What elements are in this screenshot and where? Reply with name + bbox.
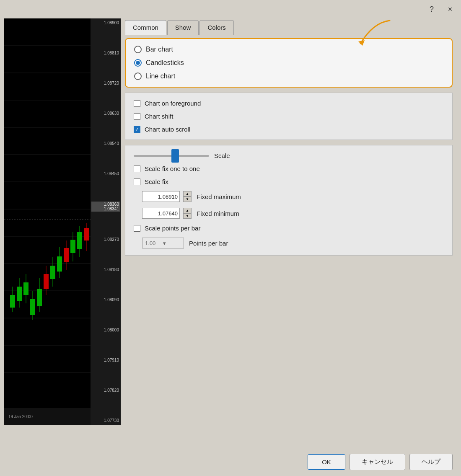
price-label: 1.08000 — [91, 328, 120, 332]
tab-colors[interactable]: Colors — [199, 20, 233, 35]
radio-line-icon — [134, 72, 142, 80]
svg-rect-24 — [37, 289, 42, 306]
fixed-max-spin-down[interactable]: ▼ — [183, 197, 192, 202]
points-dropdown[interactable]: 1.00 ▾ — [142, 238, 184, 248]
dropdown-arrow-icon: ▾ — [163, 240, 181, 246]
price-label: 1.08450 — [91, 171, 120, 176]
foreground-label: Chart on foreground — [145, 100, 201, 107]
fixed-min-row: ▲ ▼ Fixed minimum — [134, 208, 444, 219]
settings-panel: Common Show Colors Bar chart Candlestick… — [121, 18, 457, 444]
price-label: 1.08720 — [91, 81, 120, 85]
fixed-max-label: Fixed maximum — [197, 193, 241, 200]
points-per-bar-label: Points per bar — [189, 240, 228, 247]
points-value-row: 1.00 ▾ Points per bar — [134, 238, 444, 248]
radio-candlesticks-icon — [134, 59, 142, 67]
fixed-max-spin-up[interactable]: ▲ — [183, 191, 192, 197]
checkbox-shift[interactable]: Chart shift — [134, 113, 444, 120]
current-price-label: 1.083601.08341 — [91, 202, 120, 212]
price-label: 1.08090 — [91, 298, 120, 302]
fixed-min-spin: ▲ ▼ — [183, 208, 192, 219]
tab-show[interactable]: Show — [167, 20, 199, 35]
radio-bar-icon — [134, 46, 142, 53]
radio-line-chart[interactable]: Line chart — [134, 72, 443, 80]
fixed-max-spin: ▲ ▼ — [183, 191, 192, 202]
autoscroll-label: Chart auto scroll — [145, 126, 190, 133]
fixed-min-input-group: ▲ ▼ — [142, 208, 192, 219]
fix-one-label: Scale fix one to one — [145, 165, 200, 172]
checkbox-fix-icon — [134, 178, 140, 185]
svg-rect-36 — [77, 232, 82, 249]
svg-rect-28 — [50, 266, 55, 279]
line-chart-label: Line chart — [146, 72, 175, 80]
candlesticks-label: Candlesticks — [146, 59, 184, 67]
svg-rect-32 — [64, 248, 69, 262]
checkbox-fix-one-icon — [134, 166, 140, 172]
main-content: 1.08900 1.08810 1.08720 1.08630 1.08540 … — [0, 18, 461, 448]
checkbox-foreground[interactable]: Chart on foreground — [134, 100, 444, 107]
ok-button[interactable]: OK — [308, 454, 345, 470]
scale-label: Scale — [214, 152, 230, 159]
price-label: 1.07820 — [91, 388, 120, 393]
checkbox-ppb[interactable]: Scale points per bar — [134, 225, 200, 232]
tab-bar: Common Show Colors — [125, 20, 453, 35]
points-value: 1.00 — [145, 240, 163, 246]
scale-fix-row: Scale fix — [134, 178, 444, 185]
window: ? × — [0, 0, 461, 476]
checkbox-foreground-icon — [134, 100, 140, 107]
radio-candlesticks[interactable]: Candlesticks — [134, 59, 443, 67]
svg-rect-16 — [10, 295, 15, 308]
price-label: 1.08270 — [91, 237, 120, 242]
svg-rect-38 — [84, 228, 89, 241]
close-button[interactable]: × — [444, 3, 456, 15]
price-label: 1.08900 — [91, 21, 120, 25]
fix-label: Scale fix — [145, 178, 168, 185]
fixed-max-row: ▲ ▼ Fixed maximum — [134, 191, 444, 202]
help-button[interactable]: ? — [426, 3, 438, 15]
svg-rect-0 — [4, 18, 91, 408]
radio-bar-chart[interactable]: Bar chart — [134, 46, 443, 53]
svg-rect-18 — [17, 287, 22, 301]
chart-panel: 1.08900 1.08810 1.08720 1.08630 1.08540 … — [4, 18, 121, 425]
svg-rect-26 — [44, 274, 49, 289]
fixed-min-spin-down[interactable]: ▼ — [183, 213, 192, 219]
scale-fix-one-row: Scale fix one to one — [134, 165, 444, 172]
svg-rect-34 — [70, 240, 75, 253]
fixed-max-input-group: ▲ ▼ — [142, 191, 192, 202]
checkbox-autoscroll-icon — [134, 126, 140, 133]
svg-rect-20 — [23, 282, 28, 295]
title-bar: ? × — [0, 0, 461, 18]
points-per-bar-row: Scale points per bar — [134, 225, 444, 232]
tab-common[interactable]: Common — [125, 20, 166, 35]
help-action-button[interactable]: ヘルプ — [409, 454, 453, 470]
chart-time-bar: 19 Jan 20:00 — [4, 408, 91, 425]
time-label: 19 Jan 20:00 — [8, 414, 33, 419]
checkbox-fix-one[interactable]: Scale fix one to one — [134, 165, 200, 172]
checkbox-ppb-icon — [134, 225, 140, 232]
fixed-min-input[interactable] — [142, 208, 180, 219]
scale-section: Scale Scale fix one to one Scale fix — [125, 145, 453, 256]
price-label: 1.08630 — [91, 111, 120, 116]
checkbox-autoscroll[interactable]: Chart auto scroll — [134, 126, 444, 133]
checkboxes-section: Chart on foreground Chart shift Chart au… — [125, 93, 453, 140]
svg-rect-30 — [57, 256, 62, 272]
checkbox-shift-icon — [134, 113, 140, 120]
cancel-button[interactable]: キャンセル — [350, 454, 405, 470]
slider-row: Scale — [134, 152, 444, 159]
svg-rect-22 — [30, 299, 35, 315]
candlestick-chart — [4, 18, 91, 408]
price-label: 1.07910 — [91, 358, 120, 362]
scale-slider-track[interactable] — [134, 155, 209, 157]
chart-type-box: Bar chart Candlesticks Line chart — [125, 38, 453, 88]
fixed-min-label: Fixed minimum — [197, 210, 239, 217]
bar-chart-label: Bar chart — [146, 46, 173, 53]
price-label: 1.08540 — [91, 141, 120, 146]
shift-label: Chart shift — [145, 113, 173, 120]
fixed-max-input[interactable] — [142, 191, 180, 202]
checkbox-fix[interactable]: Scale fix — [134, 178, 168, 185]
fixed-min-spin-up[interactable]: ▲ — [183, 208, 192, 213]
bottom-bar: OK キャンセル ヘルプ — [0, 448, 461, 476]
price-axis: 1.08900 1.08810 1.08720 1.08630 1.08540 … — [91, 18, 121, 425]
price-label: 1.08810 — [91, 51, 120, 55]
scale-slider-thumb[interactable] — [171, 149, 179, 163]
ppb-label: Scale points per bar — [145, 225, 200, 232]
